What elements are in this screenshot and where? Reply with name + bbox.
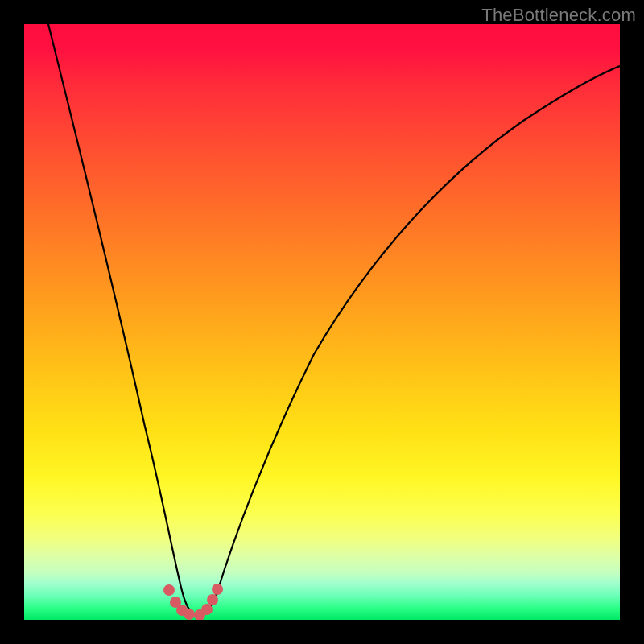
valley-marker xyxy=(184,609,195,620)
valley-marker xyxy=(212,584,223,595)
chart-plot-area xyxy=(24,24,620,620)
watermark-text: TheBottleneck.com xyxy=(481,5,636,26)
valley-marker xyxy=(163,584,175,596)
valley-marker xyxy=(201,604,213,615)
valley-marker-group xyxy=(163,584,223,620)
bottleneck-curve-path xyxy=(48,24,620,615)
chart-svg xyxy=(24,24,620,620)
valley-marker xyxy=(207,594,218,605)
